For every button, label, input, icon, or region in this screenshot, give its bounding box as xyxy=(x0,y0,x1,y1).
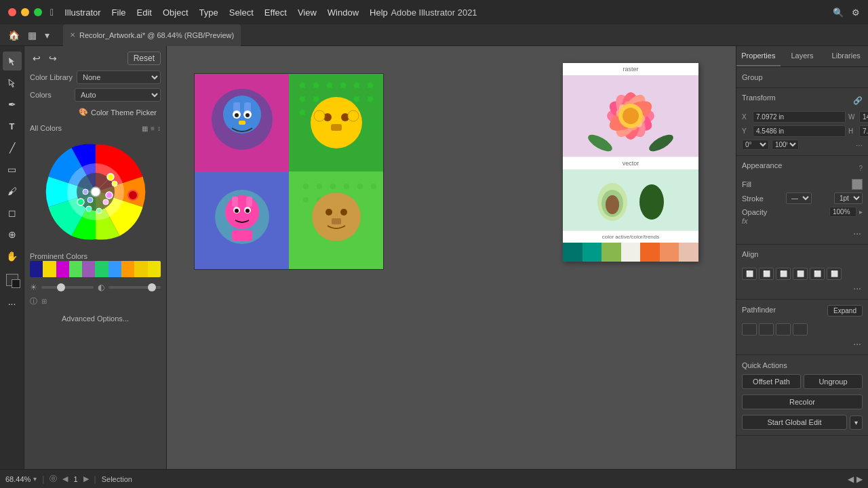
slider-thumb-2[interactable] xyxy=(148,283,156,291)
pathfinder-minus-front[interactable] xyxy=(759,323,774,336)
y-input[interactable] xyxy=(753,125,846,137)
ungroup-button[interactable]: Ungroup xyxy=(804,374,863,389)
x-input[interactable] xyxy=(753,111,846,123)
swatch-3[interactable] xyxy=(69,261,82,277)
menu-view[interactable]: View xyxy=(298,7,317,18)
appearance-more-icon[interactable]: ··· xyxy=(852,226,863,240)
page-nav-prev[interactable]: ◀ xyxy=(62,474,68,483)
menu-effect[interactable]: Effect xyxy=(264,7,287,18)
stroke-weight-select[interactable]: 1pt xyxy=(834,192,863,204)
pathfinder-unite[interactable] xyxy=(742,323,757,336)
stroke-select[interactable]: — xyxy=(786,192,812,204)
more-transform-icon[interactable]: ··· xyxy=(856,140,863,150)
menu-edit[interactable]: Edit xyxy=(137,7,152,18)
align-right-icon[interactable]: ⬜ xyxy=(776,268,791,280)
pathfinder-exclude[interactable] xyxy=(793,323,808,336)
rect-tool[interactable]: ▭ xyxy=(3,160,22,179)
select-tool[interactable] xyxy=(3,52,22,70)
colors-select[interactable]: Auto xyxy=(75,88,161,102)
opacity-input[interactable] xyxy=(829,207,856,217)
align-left-icon[interactable]: ⬜ xyxy=(742,268,757,280)
maximize-button[interactable] xyxy=(34,8,42,16)
align-center-h-icon[interactable]: ⬜ xyxy=(759,268,774,280)
grid-view-icon[interactable]: ▦ xyxy=(142,125,148,132)
direct-select-tool[interactable] xyxy=(3,73,22,92)
color-swatches[interactable] xyxy=(30,261,161,277)
pathfinder-intersect[interactable] xyxy=(776,323,791,336)
transform-link-icon[interactable]: 🔗 xyxy=(853,96,863,105)
expand-button[interactable]: Expand xyxy=(827,305,863,317)
angle-select[interactable]: 0° xyxy=(742,140,769,150)
close-button[interactable] xyxy=(8,8,16,16)
swatch-7[interactable] xyxy=(121,261,134,277)
slider-track[interactable] xyxy=(41,286,94,289)
start-global-more-button[interactable]: ▾ xyxy=(850,415,863,430)
sort-icon[interactable]: ↕ xyxy=(157,125,161,132)
menu-illustrator[interactable]: Illustrator xyxy=(64,7,100,18)
doc-close-icon[interactable]: ✕ xyxy=(70,31,75,39)
canvas-area[interactable]: raster xyxy=(167,46,736,469)
minimize-button[interactable] xyxy=(21,8,29,16)
swatch-6[interactable] xyxy=(108,261,121,277)
document-tab[interactable]: ✕ Recolor_Artwork.ai* @ 68.44% (RGB/Prev… xyxy=(63,24,241,46)
swatch-9[interactable] xyxy=(148,261,161,277)
recolor-button[interactable]: Recolor xyxy=(742,394,863,409)
swatch-0[interactable] xyxy=(30,261,43,277)
opacity-arrow[interactable]: ▸ xyxy=(859,208,863,216)
type-tool[interactable]: T xyxy=(3,117,22,136)
color-wheel-container[interactable] xyxy=(30,138,161,246)
fill-color[interactable] xyxy=(6,274,18,286)
swatch-8[interactable] xyxy=(134,261,147,277)
menu-type[interactable]: Type xyxy=(199,7,218,18)
swatch-1[interactable] xyxy=(43,261,56,277)
menu-object[interactable]: Object xyxy=(163,7,189,18)
settings-icon[interactable]: ⚙ xyxy=(852,7,860,18)
h-input[interactable] xyxy=(859,125,868,137)
slider-thumb[interactable] xyxy=(57,283,65,291)
fill-color-box[interactable] xyxy=(852,179,863,190)
color-wheel[interactable] xyxy=(41,138,150,246)
status-right-arrow[interactable]: ▶ xyxy=(856,474,863,484)
slider-track-2[interactable] xyxy=(108,286,161,289)
tab-layers[interactable]: Layers xyxy=(781,46,825,66)
search-icon[interactable]: 🔍 xyxy=(833,7,844,18)
grid-icon[interactable]: ▦ xyxy=(25,28,39,42)
tab-libraries[interactable]: Libraries xyxy=(824,46,868,66)
align-bottom-icon[interactable]: ⬜ xyxy=(827,268,842,280)
more-appearance-icon[interactable]: ? xyxy=(859,165,863,172)
menu-help[interactable]: Help xyxy=(370,7,388,18)
tab-properties[interactable]: Properties xyxy=(736,46,781,66)
swatch-4[interactable] xyxy=(82,261,95,277)
start-global-edit-button[interactable]: Start Global Edit xyxy=(742,415,847,430)
home-icon[interactable]: 🏠 xyxy=(5,28,22,42)
pathfinder-more-icon[interactable]: ··· xyxy=(852,337,863,350)
offset-path-button[interactable]: Offset Path xyxy=(742,374,801,389)
color-theme-picker-button[interactable]: 🎨 Color Theme Picker xyxy=(75,106,161,119)
dropdown-icon[interactable]: ▾ xyxy=(42,28,52,42)
more-tools[interactable]: ··· xyxy=(3,294,22,313)
hand-tool[interactable]: ✋ xyxy=(3,247,22,266)
swatch-5[interactable] xyxy=(95,261,108,277)
align-center-v-icon[interactable]: ⬜ xyxy=(810,268,825,280)
reset-button[interactable]: Reset xyxy=(127,52,161,65)
undo-button[interactable]: ↩ xyxy=(30,52,43,65)
zoom-down-arrow[interactable]: ▾ xyxy=(33,475,37,483)
w-input[interactable] xyxy=(859,111,868,123)
zoom-tool[interactable]: ⊕ xyxy=(3,225,22,244)
color-library-select[interactable]: None xyxy=(77,70,161,84)
menu-file[interactable]: File xyxy=(112,7,126,18)
redo-button[interactable]: ↪ xyxy=(46,52,60,65)
align-top-icon[interactable]: ⬜ xyxy=(793,268,808,280)
eraser-tool[interactable]: ◻ xyxy=(3,203,22,222)
list-view-icon[interactable]: ≡ xyxy=(151,125,155,132)
page-nav-next[interactable]: ▶ xyxy=(83,474,89,483)
align-more-icon[interactable]: ··· xyxy=(852,281,863,295)
status-left-arrow[interactable]: ◀ xyxy=(848,474,854,484)
advanced-options-button[interactable]: Advanced Options... xyxy=(30,312,161,325)
menu-select[interactable]: Select xyxy=(229,7,254,18)
scale-select[interactable]: 100% xyxy=(772,140,799,150)
line-tool[interactable]: ╱ xyxy=(3,138,22,157)
swatch-2[interactable] xyxy=(56,261,69,277)
paint-tool[interactable]: 🖌 xyxy=(3,182,22,201)
menu-window[interactable]: Window xyxy=(328,7,359,18)
